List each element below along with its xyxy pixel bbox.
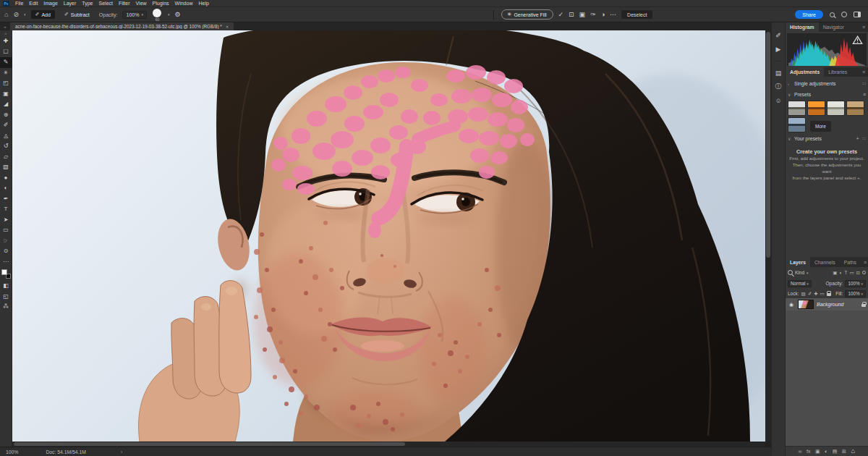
share-button[interactable]: Share: [795, 10, 823, 19]
filter-adjustment-layers-icon[interactable]: ◐: [839, 270, 842, 275]
tool-preset-icon[interactable]: ⊘: [13, 11, 19, 18]
canvas-photo[interactable]: [12, 30, 765, 442]
hand-tool[interactable]: ☞: [0, 236, 12, 247]
opacity-field[interactable]: 100% ▾: [122, 11, 146, 19]
preset-thumbnail[interactable]: [846, 101, 864, 116]
invert-icon[interactable]: ◑: [601, 11, 605, 18]
lock-artboard-icon[interactable]: ▭: [820, 291, 825, 297]
object-selection-tool[interactable]: ✳: [0, 68, 12, 79]
menu-plugins[interactable]: Plugins: [153, 0, 169, 7]
blend-mode-select[interactable]: Normal ▾: [788, 280, 812, 287]
crop-tool[interactable]: ◰: [0, 78, 12, 89]
move-tool[interactable]: ✚: [0, 36, 12, 47]
menu-view[interactable]: View: [136, 0, 147, 7]
menu-help[interactable]: Help: [198, 0, 208, 7]
layer-search-icon[interactable]: [788, 270, 793, 275]
gradient-tool[interactable]: ▧: [0, 162, 12, 173]
dodge-tool[interactable]: ◐: [0, 183, 12, 194]
filter-smart-objects-icon[interactable]: ⊡: [856, 270, 860, 276]
preset-thumbnail[interactable]: [788, 117, 806, 132]
presets-row[interactable]: ∨ Presets ≡: [788, 89, 866, 100]
tab-channels[interactable]: Channels: [810, 257, 840, 267]
delete-layer-icon[interactable]: ♺: [851, 449, 855, 455]
adjustment-layer-icon[interactable]: ◐: [825, 449, 827, 454]
actions-panel-icon[interactable]: ▶: [772, 42, 785, 56]
layer-effects-icon[interactable]: fx: [807, 449, 810, 454]
layer-group-icon[interactable]: ▤: [833, 449, 838, 455]
kind-dropdown-icon[interactable]: ▾: [807, 271, 809, 275]
new-layer-icon[interactable]: ⊞: [842, 449, 846, 455]
link-layers-icon[interactable]: ∞: [798, 449, 801, 454]
preset-thumbnail[interactable]: [788, 101, 806, 116]
edit-toolbar-button[interactable]: ⋯: [0, 257, 12, 268]
export-panel-icon[interactable]: ▤: [772, 66, 785, 80]
zoom-level-field[interactable]: 100%: [6, 449, 18, 455]
single-adjustments-row[interactable]: › Single adjustments ∷: [788, 78, 866, 89]
foreground-color-swatch[interactable]: [1, 269, 7, 275]
status-options-icon[interactable]: ›: [121, 449, 122, 455]
tab-paths[interactable]: Paths: [840, 257, 861, 267]
tool-preset-dropdown-icon[interactable]: ▾: [24, 12, 26, 17]
menu-select[interactable]: Select: [99, 0, 113, 7]
adjustments-menu-icon[interactable]: ≡: [859, 67, 868, 77]
path-selection-tool[interactable]: ➤: [0, 215, 12, 226]
brushes-panel-icon[interactable]: ✐: [772, 28, 785, 42]
filter-shape-layers-icon[interactable]: ▭: [849, 270, 854, 276]
shape-tool[interactable]: ▭: [0, 225, 12, 236]
close-tab-icon[interactable]: ✕: [226, 25, 229, 29]
marquee-tool[interactable]: ☐: [0, 47, 12, 58]
add-preset-icon[interactable]: +: [856, 136, 859, 142]
menu-image[interactable]: Image: [43, 0, 57, 7]
type-tool[interactable]: T: [0, 204, 12, 215]
tab-histogram[interactable]: Histogram: [786, 22, 819, 32]
canvas-horizontal-scrollbar[interactable]: [12, 442, 765, 447]
workspace-icon[interactable]: [854, 12, 861, 17]
more-presets-button[interactable]: More: [810, 121, 831, 132]
menu-file[interactable]: File: [15, 0, 23, 7]
share-image-button[interactable]: ⁂: [0, 302, 12, 313]
menu-layer[interactable]: Layer: [64, 0, 77, 7]
layer-mask-icon[interactable]: ▣: [815, 449, 820, 455]
spot-healing-tool[interactable]: ⊕: [0, 110, 12, 121]
menu-window[interactable]: Window: [175, 0, 193, 7]
tab-overflow-icon[interactable]: »: [0, 22, 10, 30]
kind-filter-label[interactable]: Kind: [795, 270, 804, 275]
color-swatches[interactable]: [1, 269, 11, 279]
vertical-scroll-thumb[interactable]: [766, 32, 770, 258]
lock-all-icon[interactable]: [827, 293, 831, 297]
zoom-tool[interactable]: ⊙: [0, 246, 12, 257]
filter-type-layers-icon[interactable]: T: [844, 270, 847, 275]
lock-position-icon[interactable]: ✚: [814, 291, 817, 297]
layer-thumbnail[interactable]: [798, 300, 814, 309]
layer-lock-icon[interactable]: [861, 304, 866, 308]
fill-select[interactable]: 100% ▾: [845, 290, 866, 297]
pen-tool[interactable]: ✒: [0, 194, 12, 205]
tab-libraries[interactable]: Libraries: [824, 67, 851, 77]
help-icon[interactable]: [841, 12, 847, 17]
comments-panel-icon[interactable]: ☺: [772, 93, 785, 107]
selection-brush-tool[interactable]: ✎: [0, 57, 12, 68]
document-tab[interactable]: acne-on-face-because-the-disorders-of-se…: [10, 22, 234, 30]
blur-tool[interactable]: ●: [0, 173, 12, 184]
history-brush-tool[interactable]: ↺: [0, 141, 12, 152]
background-layer-row[interactable]: ◉ Background: [786, 298, 868, 311]
lock-transparency-icon[interactable]: ▨: [801, 291, 806, 297]
preset-thumbnail[interactable]: [807, 101, 825, 116]
layer-opacity-select[interactable]: 100% ▾: [845, 280, 866, 287]
info-panel-icon[interactable]: ⓘ: [772, 80, 785, 93]
gear-icon[interactable]: ⚙: [174, 11, 180, 18]
horizontal-scroll-thumb[interactable]: [14, 442, 405, 446]
subtract-mode-button[interactable]: ✐ Subtract: [60, 10, 94, 19]
filter-pixel-layers-icon[interactable]: ▣: [833, 270, 837, 276]
preset-thumbnail[interactable]: [827, 101, 845, 116]
tab-adjustments[interactable]: Adjustments: [786, 67, 824, 77]
tab-navigator[interactable]: Navigator: [819, 22, 848, 32]
grid-view-icon[interactable]: ∷: [863, 136, 866, 142]
lock-pixels-icon[interactable]: ✐: [808, 291, 812, 297]
quick-mask-button[interactable]: ◧: [0, 281, 12, 292]
menu-type[interactable]: Type: [82, 0, 93, 7]
tab-layers[interactable]: Layers: [786, 257, 810, 267]
feather-icon[interactable]: ✑: [590, 11, 596, 18]
layers-menu-icon[interactable]: ≡: [861, 257, 868, 267]
toolbar-collapse-icon[interactable]: »: [5, 30, 7, 36]
